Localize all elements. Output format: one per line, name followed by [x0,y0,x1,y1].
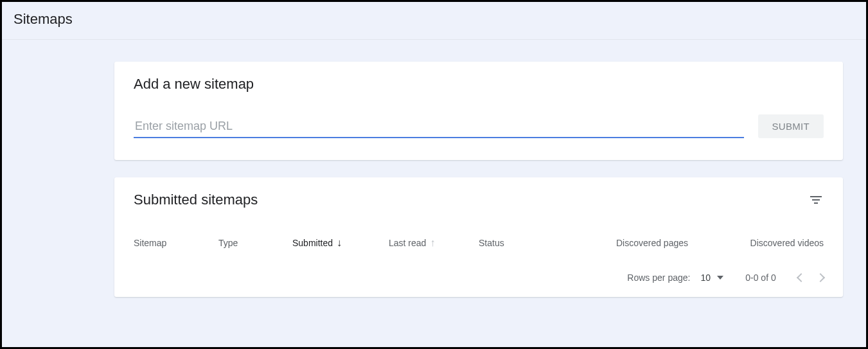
rows-per-page-label: Rows per page: [627,273,690,283]
arrow-down-icon: ↓ [337,238,342,248]
page-header: Sitemaps [2,2,866,40]
prev-page-button[interactable] [797,273,806,282]
table-header-row: Sitemap Type Submitted ↓ Last read ↑ Sta… [134,238,824,248]
rows-per-page-select[interactable]: 10 [700,273,723,283]
col-discovered-pages[interactable]: Discovered pages [592,238,707,248]
submitted-sitemaps-title: Submitted sitemaps [134,192,258,208]
rows-per-page-group: Rows per page: 10 [627,273,723,283]
col-submitted[interactable]: Submitted ↓ [292,238,389,248]
chevron-down-icon [717,276,723,280]
col-last-read[interactable]: Last read ↑ [389,238,479,248]
add-sitemap-row: SUBMIT [134,114,824,138]
page-range: 0-0 of 0 [741,273,780,283]
submitted-sitemaps-card: Submitted sitemaps Sitemap Type Submitte… [114,177,843,297]
viewport: Sitemaps Add a new sitemap SUBMIT Submit… [2,2,866,347]
col-sitemap[interactable]: Sitemap [134,238,218,248]
arrow-up-icon: ↑ [430,238,435,248]
col-last-read-label: Last read [389,238,426,248]
sitemap-url-input[interactable] [134,117,744,138]
filter-icon[interactable] [808,192,824,208]
content: Add a new sitemap SUBMIT Submitted sitem… [2,40,866,297]
pager-arrows [798,274,824,281]
next-page-button[interactable] [816,273,825,282]
submit-button[interactable]: SUBMIT [758,114,824,138]
col-type[interactable]: Type [218,238,292,248]
add-sitemap-title: Add a new sitemap [134,76,824,93]
page-title: Sitemaps [13,11,855,28]
rows-per-page-value: 10 [700,273,711,283]
table-pager: Rows per page: 10 0-0 of 0 [134,248,824,297]
add-sitemap-card: Add a new sitemap SUBMIT [114,62,843,160]
col-status[interactable]: Status [479,238,592,248]
submitted-header-row: Submitted sitemaps [134,192,824,208]
col-discovered-videos[interactable]: Discovered videos [707,238,824,248]
col-submitted-label: Submitted [292,238,333,248]
